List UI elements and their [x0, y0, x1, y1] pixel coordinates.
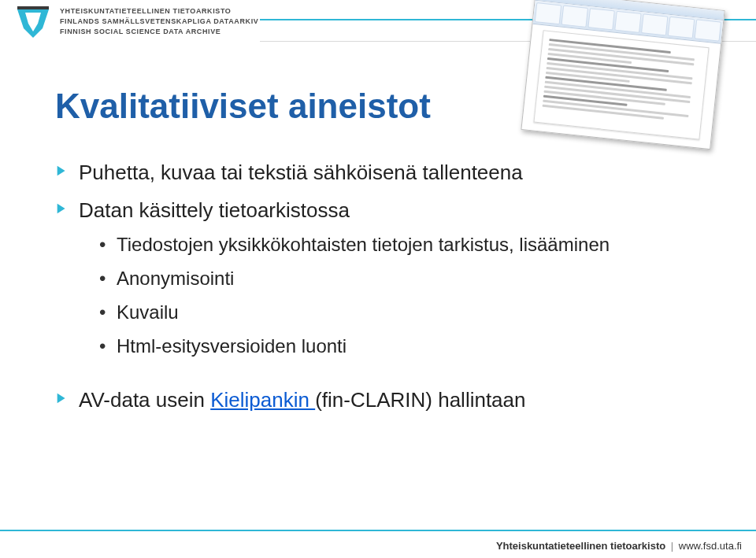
svg-marker-0	[17, 6, 49, 9]
sub-bullet-item: Tiedostojen yksikkökohtaisten tietojen t…	[99, 232, 701, 257]
slide: YHTEISKUNTATIETEELLINEN TIETOARKISTO FIN…	[0, 0, 756, 558]
sub-bullet-item: Kuvailu	[99, 300, 701, 324]
content: Kvalitatiiviset aineistot Puhetta, kuvaa…	[55, 87, 701, 425]
bullet-item: Puhetta, kuvaa tai tekstiä sähköisenä ta…	[55, 159, 701, 186]
bullet-text-post: (fin-CLARIN) hallintaan	[315, 388, 525, 412]
sub-bullet-text: Kuvailu	[117, 301, 179, 323]
sub-bullet-text: Html-esitysversioiden luonti	[117, 335, 346, 357]
org-name-en: FINNISH SOCIAL SCIENCE DATA ARCHIVE	[60, 27, 258, 37]
bullet-list: Puhetta, kuvaa tai tekstiä sähköisenä ta…	[55, 159, 701, 358]
page-title: Kvalitatiiviset aineistot	[55, 87, 701, 126]
footer: Yhteiskuntatieteellinen tietoarkisto | w…	[0, 530, 756, 558]
bullet-list: AV-data usein Kielipankin (fin-CLARIN) h…	[55, 386, 701, 413]
org-name-fi: YHTEISKUNTATIETEELLINEN TIETOARKISTO	[60, 6, 258, 17]
sub-bullet-item: Html-esitysversioiden luonti	[99, 334, 701, 358]
footer-org: Yhteiskuntatieteellinen tietoarkisto	[496, 540, 665, 552]
org-name-sv: FINLANDS SAMHÄLLSVETENSKAPLIGA DATAARKIV	[60, 17, 258, 27]
sub-bullet-item: Anonymisointi	[99, 266, 701, 290]
kielipankki-link[interactable]: Kielipankin	[210, 388, 315, 412]
footer-text: Yhteiskuntatieteellinen tietoarkisto | w…	[496, 540, 742, 552]
sub-bullet-list: Tiedostojen yksikkökohtaisten tietojen t…	[99, 232, 701, 359]
org-names: YHTEISKUNTATIETEELLINEN TIETOARKISTO FIN…	[60, 6, 258, 37]
logo-icon	[14, 5, 52, 39]
bullet-text: Puhetta, kuvaa tai tekstiä sähköisenä ta…	[79, 161, 523, 184]
footer-accent-line	[0, 530, 756, 531]
sub-bullet-text: Tiedostojen yksikkökohtaisten tietojen t…	[117, 234, 610, 255]
bullet-text-pre: AV-data usein	[79, 388, 210, 412]
bullet-text: Datan käsittely tietoarkistossa	[79, 198, 350, 222]
spacer	[55, 369, 701, 386]
footer-url: www.fsd.uta.fi	[679, 540, 742, 552]
bullet-item: AV-data usein Kielipankin (fin-CLARIN) h…	[55, 386, 701, 413]
sub-bullet-text: Anonymisointi	[117, 268, 234, 289]
bullet-item: Datan käsittely tietoarkistossa Tiedosto…	[55, 197, 701, 358]
footer-separator: |	[671, 540, 673, 552]
